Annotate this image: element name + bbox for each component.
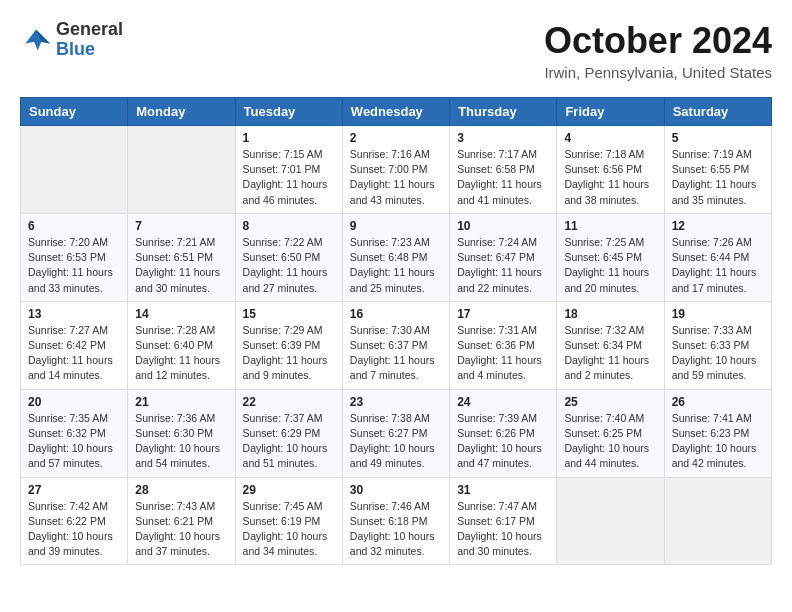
day-number: 12 <box>672 219 764 233</box>
day-info: Sunrise: 7:45 AMSunset: 6:19 PMDaylight:… <box>243 499 335 560</box>
table-row: 1Sunrise: 7:15 AMSunset: 7:01 PMDaylight… <box>235 126 342 214</box>
table-row <box>21 126 128 214</box>
calendar-header-row: Sunday Monday Tuesday Wednesday Thursday… <box>21 98 772 126</box>
day-number: 18 <box>564 307 656 321</box>
day-number: 16 <box>350 307 442 321</box>
day-number: 3 <box>457 131 549 145</box>
calendar-week-row: 20Sunrise: 7:35 AMSunset: 6:32 PMDayligh… <box>21 389 772 477</box>
table-row: 16Sunrise: 7:30 AMSunset: 6:37 PMDayligh… <box>342 301 449 389</box>
col-sunday: Sunday <box>21 98 128 126</box>
table-row: 3Sunrise: 7:17 AMSunset: 6:58 PMDaylight… <box>450 126 557 214</box>
day-info: Sunrise: 7:33 AMSunset: 6:33 PMDaylight:… <box>672 323 764 384</box>
day-info: Sunrise: 7:24 AMSunset: 6:47 PMDaylight:… <box>457 235 549 296</box>
col-friday: Friday <box>557 98 664 126</box>
day-number: 11 <box>564 219 656 233</box>
day-number: 6 <box>28 219 120 233</box>
day-number: 13 <box>28 307 120 321</box>
day-info: Sunrise: 7:16 AMSunset: 7:00 PMDaylight:… <box>350 147 442 208</box>
day-number: 22 <box>243 395 335 409</box>
calendar-week-row: 6Sunrise: 7:20 AMSunset: 6:53 PMDaylight… <box>21 213 772 301</box>
table-row: 6Sunrise: 7:20 AMSunset: 6:53 PMDaylight… <box>21 213 128 301</box>
day-info: Sunrise: 7:36 AMSunset: 6:30 PMDaylight:… <box>135 411 227 472</box>
day-number: 30 <box>350 483 442 497</box>
day-number: 9 <box>350 219 442 233</box>
day-number: 23 <box>350 395 442 409</box>
day-info: Sunrise: 7:19 AMSunset: 6:55 PMDaylight:… <box>672 147 764 208</box>
title-area: October 2024 Irwin, Pennsylvania, United… <box>544 20 772 81</box>
table-row: 5Sunrise: 7:19 AMSunset: 6:55 PMDaylight… <box>664 126 771 214</box>
day-number: 26 <box>672 395 764 409</box>
table-row: 29Sunrise: 7:45 AMSunset: 6:19 PMDayligh… <box>235 477 342 565</box>
day-info: Sunrise: 7:41 AMSunset: 6:23 PMDaylight:… <box>672 411 764 472</box>
day-number: 2 <box>350 131 442 145</box>
day-info: Sunrise: 7:32 AMSunset: 6:34 PMDaylight:… <box>564 323 656 384</box>
day-number: 14 <box>135 307 227 321</box>
day-number: 27 <box>28 483 120 497</box>
col-thursday: Thursday <box>450 98 557 126</box>
day-info: Sunrise: 7:47 AMSunset: 6:17 PMDaylight:… <box>457 499 549 560</box>
day-number: 19 <box>672 307 764 321</box>
logo-blue: Blue <box>56 40 123 60</box>
calendar-table: Sunday Monday Tuesday Wednesday Thursday… <box>20 97 772 565</box>
table-row: 22Sunrise: 7:37 AMSunset: 6:29 PMDayligh… <box>235 389 342 477</box>
day-number: 24 <box>457 395 549 409</box>
location-text: Irwin, Pennsylvania, United States <box>544 64 772 81</box>
day-number: 10 <box>457 219 549 233</box>
day-info: Sunrise: 7:26 AMSunset: 6:44 PMDaylight:… <box>672 235 764 296</box>
table-row: 23Sunrise: 7:38 AMSunset: 6:27 PMDayligh… <box>342 389 449 477</box>
month-title: October 2024 <box>544 20 772 62</box>
day-number: 21 <box>135 395 227 409</box>
day-info: Sunrise: 7:42 AMSunset: 6:22 PMDaylight:… <box>28 499 120 560</box>
day-info: Sunrise: 7:31 AMSunset: 6:36 PMDaylight:… <box>457 323 549 384</box>
day-number: 31 <box>457 483 549 497</box>
table-row: 8Sunrise: 7:22 AMSunset: 6:50 PMDaylight… <box>235 213 342 301</box>
table-row: 4Sunrise: 7:18 AMSunset: 6:56 PMDaylight… <box>557 126 664 214</box>
logo: General Blue <box>20 20 123 60</box>
table-row <box>557 477 664 565</box>
table-row: 12Sunrise: 7:26 AMSunset: 6:44 PMDayligh… <box>664 213 771 301</box>
page-header: General Blue October 2024 Irwin, Pennsyl… <box>20 20 772 81</box>
table-row: 17Sunrise: 7:31 AMSunset: 6:36 PMDayligh… <box>450 301 557 389</box>
col-wednesday: Wednesday <box>342 98 449 126</box>
col-tuesday: Tuesday <box>235 98 342 126</box>
day-info: Sunrise: 7:30 AMSunset: 6:37 PMDaylight:… <box>350 323 442 384</box>
day-info: Sunrise: 7:17 AMSunset: 6:58 PMDaylight:… <box>457 147 549 208</box>
day-info: Sunrise: 7:28 AMSunset: 6:40 PMDaylight:… <box>135 323 227 384</box>
table-row: 21Sunrise: 7:36 AMSunset: 6:30 PMDayligh… <box>128 389 235 477</box>
day-number: 17 <box>457 307 549 321</box>
table-row: 9Sunrise: 7:23 AMSunset: 6:48 PMDaylight… <box>342 213 449 301</box>
table-row: 10Sunrise: 7:24 AMSunset: 6:47 PMDayligh… <box>450 213 557 301</box>
calendar-week-row: 27Sunrise: 7:42 AMSunset: 6:22 PMDayligh… <box>21 477 772 565</box>
table-row: 26Sunrise: 7:41 AMSunset: 6:23 PMDayligh… <box>664 389 771 477</box>
day-info: Sunrise: 7:39 AMSunset: 6:26 PMDaylight:… <box>457 411 549 472</box>
table-row: 2Sunrise: 7:16 AMSunset: 7:00 PMDaylight… <box>342 126 449 214</box>
day-info: Sunrise: 7:46 AMSunset: 6:18 PMDaylight:… <box>350 499 442 560</box>
table-row: 7Sunrise: 7:21 AMSunset: 6:51 PMDaylight… <box>128 213 235 301</box>
day-number: 1 <box>243 131 335 145</box>
day-info: Sunrise: 7:18 AMSunset: 6:56 PMDaylight:… <box>564 147 656 208</box>
day-number: 29 <box>243 483 335 497</box>
day-info: Sunrise: 7:37 AMSunset: 6:29 PMDaylight:… <box>243 411 335 472</box>
day-number: 15 <box>243 307 335 321</box>
day-number: 25 <box>564 395 656 409</box>
day-number: 20 <box>28 395 120 409</box>
day-info: Sunrise: 7:43 AMSunset: 6:21 PMDaylight:… <box>135 499 227 560</box>
day-info: Sunrise: 7:29 AMSunset: 6:39 PMDaylight:… <box>243 323 335 384</box>
table-row: 20Sunrise: 7:35 AMSunset: 6:32 PMDayligh… <box>21 389 128 477</box>
table-row: 25Sunrise: 7:40 AMSunset: 6:25 PMDayligh… <box>557 389 664 477</box>
table-row: 11Sunrise: 7:25 AMSunset: 6:45 PMDayligh… <box>557 213 664 301</box>
calendar-week-row: 1Sunrise: 7:15 AMSunset: 7:01 PMDaylight… <box>21 126 772 214</box>
logo-general: General <box>56 20 123 40</box>
day-number: 8 <box>243 219 335 233</box>
calendar-week-row: 13Sunrise: 7:27 AMSunset: 6:42 PMDayligh… <box>21 301 772 389</box>
day-info: Sunrise: 7:40 AMSunset: 6:25 PMDaylight:… <box>564 411 656 472</box>
day-info: Sunrise: 7:22 AMSunset: 6:50 PMDaylight:… <box>243 235 335 296</box>
table-row: 18Sunrise: 7:32 AMSunset: 6:34 PMDayligh… <box>557 301 664 389</box>
day-info: Sunrise: 7:38 AMSunset: 6:27 PMDaylight:… <box>350 411 442 472</box>
table-row: 13Sunrise: 7:27 AMSunset: 6:42 PMDayligh… <box>21 301 128 389</box>
day-info: Sunrise: 7:35 AMSunset: 6:32 PMDaylight:… <box>28 411 120 472</box>
day-info: Sunrise: 7:20 AMSunset: 6:53 PMDaylight:… <box>28 235 120 296</box>
table-row <box>128 126 235 214</box>
table-row: 14Sunrise: 7:28 AMSunset: 6:40 PMDayligh… <box>128 301 235 389</box>
table-row: 15Sunrise: 7:29 AMSunset: 6:39 PMDayligh… <box>235 301 342 389</box>
